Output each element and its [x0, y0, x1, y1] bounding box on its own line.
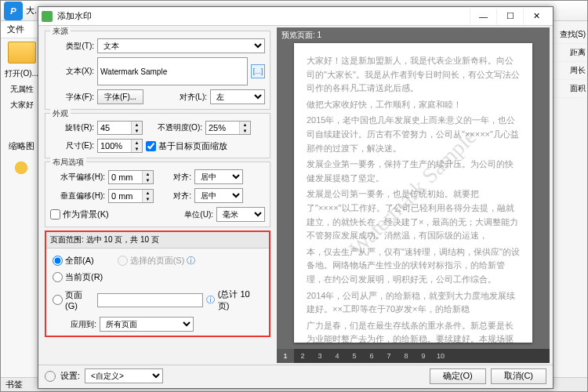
range-header: 页面范围: 选中 10 页，共 10 页 — [46, 232, 269, 249]
pages-input[interactable] — [97, 293, 203, 307]
ok-button[interactable]: 确定(O) — [430, 368, 486, 384]
info-icon[interactable]: ⓘ — [206, 294, 215, 306]
app-logo-icon: P — [4, 2, 23, 20]
apply-label: 应用到: — [53, 319, 96, 330]
dialog-titlebar[interactable]: 添加水印 — ☐ ✕ — [38, 7, 553, 26]
page-thumb[interactable]: 6 — [363, 349, 380, 363]
side-noattr: 无属性 — [10, 84, 34, 95]
type-select[interactable]: 文本 — [97, 38, 265, 53]
minimize-button[interactable]: — — [470, 9, 496, 24]
thumbnail-panel: 缩略图 — [2, 140, 40, 183]
appearance-section: 外观 旋转(R): 45▲▼ 不透明度(O): 25%▲▼ 尺寸(E): 100… — [45, 113, 270, 158]
cancel-button[interactable]: 取消(C) — [491, 368, 546, 384]
halign-select[interactable]: 居中 — [194, 169, 243, 184]
page-thumb[interactable]: 10 — [432, 349, 449, 363]
valign-label: 对齐: — [157, 191, 191, 201]
halign-label: 对齐: — [157, 172, 191, 183]
close-button[interactable]: ✕ — [523, 9, 550, 24]
page-thumb[interactable]: 4 — [328, 349, 346, 363]
page-thumb[interactable]: 5 — [346, 349, 363, 363]
preview-header: 预览页面: 1 — [277, 27, 550, 43]
apply-select[interactable]: 所有页面 — [100, 317, 194, 332]
voff-label: 垂直偏移(H): — [50, 191, 105, 201]
appearance-legend: 外观 — [50, 108, 71, 119]
page-range-section: 页面范围: 选中 10 页，共 10 页 全部(A) 选择的页面(S) ⓘ 当前… — [45, 230, 270, 337]
page-thumb[interactable]: 9 — [415, 349, 432, 363]
side-open[interactable]: 打开(O)... — [5, 68, 38, 79]
menu-file[interactable]: 文件 — [7, 24, 24, 35]
preset-select[interactable]: <自定义> — [85, 368, 163, 383]
settings-label: 设置: — [60, 370, 80, 382]
folder-icon[interactable] — [8, 42, 36, 64]
down-icon: ▼ — [132, 128, 142, 134]
thumbnail-label: 缩略图 — [2, 140, 40, 152]
size-spinner[interactable]: 100%▲▼ — [97, 139, 143, 153]
font-button[interactable]: 字体(F)... — [97, 89, 143, 104]
dialog-icon — [42, 11, 53, 22]
back-rightstrip: 查找(S) 距离 周长 面积 — [553, 21, 587, 391]
background-checkbox[interactable]: 作为背景(K) — [50, 209, 109, 220]
scale-checkbox[interactable]: 基于目标页面缩放 — [146, 140, 227, 152]
page-thumb[interactable]: 7 — [380, 349, 397, 363]
page-strip[interactable]: 1 2 3 4 5 6 7 8 9 10 — [277, 349, 550, 363]
hoff-spinner[interactable]: 0 mm▲▼ — [108, 170, 154, 184]
back-sidebar: 打开(O)... 无属性 大家好 — [1, 38, 43, 391]
align-label: 对齐(L): — [172, 92, 207, 103]
unit-label: 单位(U): — [179, 209, 213, 220]
page-thumb[interactable]: 8 — [397, 349, 415, 363]
valign-select[interactable]: 居中 — [194, 188, 243, 203]
size-label: 尺寸(E): — [50, 140, 94, 151]
watermark-dialog: 添加水印 — ☐ ✕ 来源 类型(T): 文本 文本(X): [...] 字 — [38, 6, 554, 389]
dialog-title: 添加水印 — [57, 10, 92, 22]
up-icon: ▲ — [132, 122, 142, 128]
macro-button[interactable]: [...] — [251, 64, 265, 78]
text-label: 文本(X): — [50, 66, 94, 77]
text-input[interactable] — [97, 57, 248, 85]
source-section: 来源 类型(T): 文本 文本(X): [...] 字体(F): 字体(F)..… — [45, 31, 270, 110]
rs-perim[interactable]: 周长 — [554, 62, 587, 80]
layout-section: 布局选项 水平偏移(H): 0 mm▲▼ 对齐: 居中 垂直偏移(H): 0 m… — [45, 162, 270, 227]
radio-selected[interactable]: 选择的页面(S) ⓘ — [118, 255, 196, 267]
voff-spinner[interactable]: 0 mm▲▼ — [108, 189, 154, 203]
rotation-spinner[interactable]: 45▲▼ — [97, 121, 143, 135]
hoff-label: 水平偏移(H): — [50, 172, 105, 183]
opacity-spinner[interactable]: 25%▲▼ — [205, 121, 251, 135]
rs-find[interactable]: 查找(S) — [554, 26, 587, 44]
gear-icon[interactable] — [45, 371, 56, 382]
form-panel: 来源 类型(T): 文本 文本(X): [...] 字体(F): 字体(F)..… — [38, 26, 277, 365]
page-thumb[interactable]: 2 — [294, 349, 311, 363]
bookmark-label[interactable]: 书签 — [5, 379, 23, 390]
align-select[interactable]: 左 — [210, 89, 265, 104]
side-hello: 大家好 — [10, 100, 34, 111]
page-thumb[interactable]: 3 — [311, 349, 328, 363]
unit-select[interactable]: 毫米 — [216, 207, 265, 222]
info-icon: ⓘ — [187, 255, 195, 267]
radio-pages[interactable]: 页面(G) — [53, 289, 94, 310]
preview-pane: 预览页面: 1 大家好！这是新加盟新人，我是代表企业新奇科。向公司的"大家长"。… — [277, 27, 550, 363]
rotation-label: 旋转(R): — [50, 122, 94, 133]
radio-current[interactable]: 当前页(R) — [53, 271, 263, 283]
preview-page[interactable]: 大家好！这是新加盟新人，我是代表企业新奇科。向公司的"大家长"。我是从作者到专日… — [294, 43, 532, 343]
type-label: 类型(T): — [50, 41, 94, 52]
gear-icon[interactable] — [9, 155, 34, 180]
radio-all[interactable]: 全部(A) — [53, 255, 94, 267]
page-thumb[interactable]: 1 — [277, 349, 294, 363]
total-pages: (总计 10 页) — [218, 289, 263, 312]
opacity-label: 不透明度(O): — [146, 122, 202, 133]
font-label: 字体(F): — [50, 92, 94, 103]
rs-dist[interactable]: 距离 — [554, 44, 587, 62]
rs-area[interactable]: 面积 — [554, 80, 587, 98]
source-legend: 来源 — [50, 26, 71, 37]
maximize-button[interactable]: ☐ — [496, 9, 523, 24]
layout-legend: 布局选项 — [50, 157, 86, 168]
dialog-footer: 设置: <自定义> 确定(O) 取消(C) — [38, 365, 553, 387]
